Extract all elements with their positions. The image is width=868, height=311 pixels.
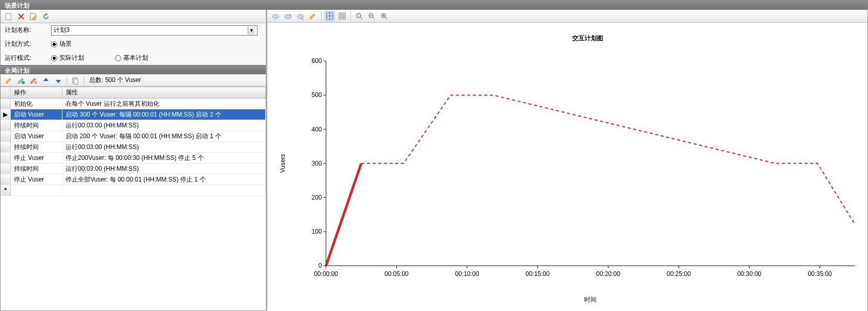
row-marker-icon: ▶ (1, 109, 11, 120)
plan-method-label: 计划方式: (5, 40, 51, 48)
zoom-out-icon[interactable] (366, 11, 377, 21)
cell-attribute: 运行00:03:00 (HH:MM:SS) (62, 120, 266, 130)
svg-rect-4 (74, 79, 78, 84)
zoom-fit-icon[interactable] (354, 11, 364, 21)
svg-text:200: 200 (312, 194, 322, 201)
chevron-down-icon: ▼ (248, 26, 255, 35)
radio-on-icon (51, 55, 57, 61)
cell-attribute: 运行00:03:00 (HH:MM:SS) (62, 163, 266, 174)
svg-text:00:05:00: 00:05:00 (384, 270, 409, 277)
grid-header: 操作 属性 (1, 87, 266, 99)
svg-text:Vusers: Vusers (279, 154, 286, 173)
table-row[interactable]: 持续时间运行00:03:00 (HH:MM:SS) (1, 163, 266, 174)
method-scene-radio[interactable]: 场景 (51, 40, 72, 48)
mode-basic-label: 基本计划 (123, 54, 148, 62)
svg-rect-0 (6, 13, 11, 20)
total-vusers-text: 总数: 500 个 Vuser (89, 76, 141, 85)
table-row[interactable]: 持续时间运行00:03:00 (HH:MM:SS) (1, 120, 266, 131)
chart-cloud1-icon[interactable] (270, 11, 281, 21)
cell-operation: 初始化 (11, 99, 62, 109)
svg-text:600: 600 (312, 57, 322, 64)
new-row-marker-icon: * (1, 185, 11, 195)
svg-text:00:10:00: 00:10:00 (455, 270, 479, 277)
plan-form: 计划名称: 计划3 ▼ 计划方式: 场景 运行模式: (1, 23, 266, 65)
svg-text:100: 100 (312, 228, 322, 235)
table-row[interactable]: 持续时间运行00:03:00 (HH:MM:SS) (1, 142, 266, 153)
table-row[interactable]: 初始化在每个 Vuser 运行之前将其初始化 (1, 99, 266, 109)
svg-point-5 (272, 14, 279, 19)
move-down-icon[interactable] (53, 75, 63, 86)
delete-icon[interactable] (16, 11, 26, 22)
chart-cloud3-icon[interactable] (295, 11, 306, 21)
mode-actual-radio[interactable]: 实际计划 (51, 54, 84, 62)
svg-point-8 (297, 14, 303, 19)
row-marker-icon (1, 99, 11, 109)
svg-point-11 (357, 13, 361, 18)
plan-name-value: 计划3 (54, 26, 70, 35)
svg-text:0: 0 (318, 262, 322, 269)
row-marker-icon (1, 163, 11, 174)
cell-attribute: 停止全部Vuser: 每 00:00:01 (HH:MM:SS) 停止 1 个 (62, 174, 266, 185)
svg-point-7 (289, 14, 291, 16)
plan-name-combo[interactable]: 计划3 ▼ (51, 25, 258, 36)
right-pane: 交互计划图Vusers时间010020030040050060000:00:00… (267, 10, 867, 310)
cell-operation: 启动 Vuser (11, 131, 62, 141)
svg-text:00:00:00: 00:00:00 (314, 270, 338, 277)
mode-basic-radio[interactable]: 基本计划 (115, 54, 148, 62)
refresh-icon[interactable] (41, 11, 51, 22)
cell-operation: 停止 Vuser (11, 174, 62, 185)
cell-operation: 启动 Vuser (11, 109, 62, 120)
new-row[interactable]: * (1, 185, 266, 196)
row-marker-icon (1, 174, 11, 185)
table-row[interactable]: 停止 Vuser停止全部Vuser: 每 00:00:01 (HH:MM:SS)… (1, 174, 266, 185)
svg-text:交互计划图: 交互计划图 (572, 35, 603, 42)
zoom-in-icon[interactable] (379, 11, 389, 21)
row-marker-icon (1, 131, 11, 141)
chart-pencil-icon[interactable] (308, 11, 318, 21)
add-action-icon[interactable] (4, 75, 14, 86)
svg-text:300: 300 (312, 160, 322, 167)
radio-off-icon (115, 55, 121, 61)
plan-name-label: 计划名称: (5, 26, 51, 35)
edit-icon[interactable] (28, 11, 39, 22)
copy-icon[interactable] (70, 75, 81, 86)
cell-operation: 停止 Vuser (11, 153, 62, 163)
svg-text:00:20:00: 00:20:00 (596, 270, 620, 277)
cell-operation: 持续时间 (11, 163, 62, 174)
svg-text:00:35:00: 00:35:00 (808, 270, 832, 277)
table-row[interactable]: 停止 Vuser停止200Vuser: 每 00:00:30 (HH:MM:SS… (1, 153, 266, 163)
cell-operation: 持续时间 (11, 142, 62, 152)
svg-text:00:15:00: 00:15:00 (526, 270, 550, 277)
mode-actual-label: 实际计划 (59, 54, 84, 62)
header-operation[interactable]: 操作 (11, 87, 62, 98)
header-attribute[interactable]: 属性 (62, 87, 266, 98)
chart-toolbar (267, 10, 867, 23)
svg-text:400: 400 (312, 126, 322, 133)
method-scene-label: 场景 (59, 40, 72, 48)
new-plan-icon[interactable] (4, 11, 14, 22)
global-plan-title: 全局计划 (1, 65, 266, 74)
svg-text:00:30:00: 00:30:00 (737, 270, 762, 277)
actions-grid[interactable]: 操作 属性 初始化在每个 Vuser 运行之前将其初始化▶启动 Vuser启动 … (1, 87, 266, 310)
row-marker-icon (1, 142, 11, 152)
chart-grid1-icon[interactable] (325, 11, 335, 21)
table-row[interactable]: ▶启动 Vuser启动 300 个 Vuser: 每隔 00:00:01 (HH… (1, 109, 266, 120)
interactive-chart[interactable]: 交互计划图Vusers时间010020030040050060000:00:00… (269, 25, 865, 311)
chart-area: 交互计划图Vusers时间010020030040050060000:00:00… (267, 23, 867, 311)
cell-operation: 持续时间 (11, 120, 62, 130)
cell-attribute: 停止200Vuser: 每 00:00:30 (HH:MM:SS) 停止 5 个 (62, 153, 266, 163)
row-marker-icon (1, 120, 11, 130)
svg-text:500: 500 (312, 91, 322, 99)
remove-action-icon[interactable] (28, 75, 39, 86)
chart-cloud2-icon[interactable] (283, 11, 293, 21)
radio-on-icon (51, 41, 57, 47)
table-row[interactable]: 启动 Vuser启动 200 个 Vuser: 每隔 00:00:01 (HH:… (1, 131, 266, 142)
cell-attribute: 启动 200 个 Vuser: 每隔 00:00:01 (HH:MM:SS) 启… (62, 131, 266, 141)
move-up-icon[interactable] (41, 75, 51, 86)
svg-text:时间: 时间 (584, 296, 597, 303)
edit-action-icon[interactable] (16, 75, 26, 86)
left-pane: 计划名称: 计划3 ▼ 计划方式: 场景 运行模式: (1, 10, 267, 310)
top-toolbar (1, 10, 266, 23)
window-title: 场景计划 (1, 1, 867, 10)
chart-grid2-icon[interactable] (337, 11, 347, 21)
